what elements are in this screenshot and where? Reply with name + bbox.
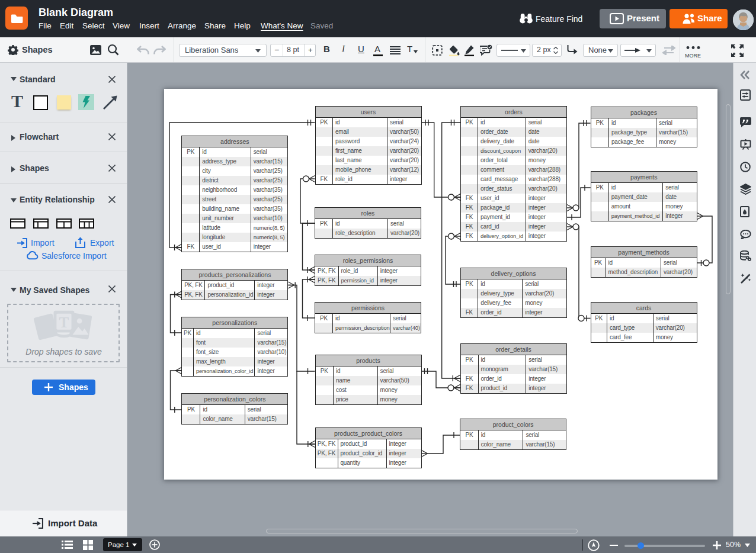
svg-text:T: T <box>59 314 69 330</box>
